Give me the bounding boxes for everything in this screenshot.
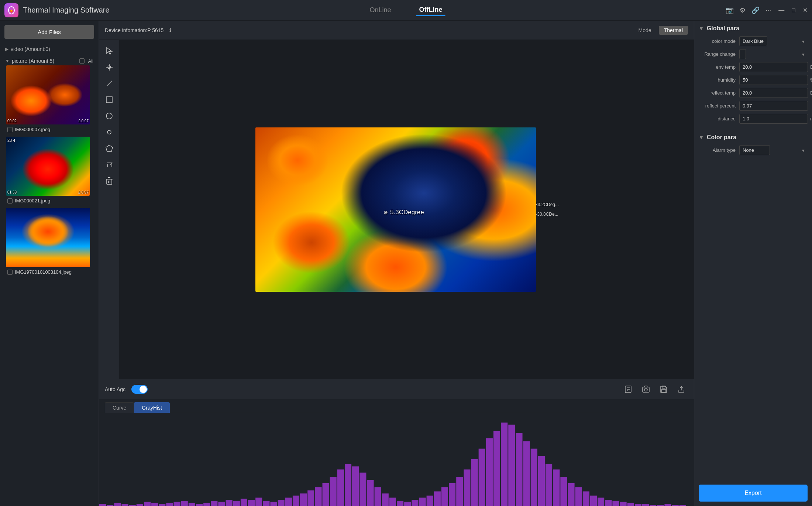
svg-rect-76 bbox=[493, 431, 500, 506]
histogram-view bbox=[99, 413, 694, 506]
file-thumbnail-1[interactable]: 00:02 £:0.97 bbox=[6, 65, 90, 124]
svg-rect-52 bbox=[315, 487, 321, 506]
svg-rect-86 bbox=[568, 483, 574, 506]
global-para-title: Global para bbox=[707, 25, 739, 32]
content-area: Device infomation:P 5615 ℹ Mode Thermal bbox=[99, 21, 694, 506]
info-icon[interactable]: ℹ bbox=[169, 27, 171, 33]
tab-offline[interactable]: OffLine bbox=[416, 4, 445, 16]
svg-rect-42 bbox=[241, 499, 247, 506]
svg-line-4 bbox=[107, 81, 112, 86]
svg-rect-25 bbox=[114, 503, 121, 506]
svg-rect-66 bbox=[419, 498, 426, 506]
color-mode-select[interactable]: Dark Blue White Hot Black Hot Iron Red R… bbox=[739, 36, 767, 46]
more-icon[interactable]: ··· bbox=[765, 6, 771, 14]
crosshair-tool-button[interactable] bbox=[103, 61, 116, 74]
reflect-temp-input[interactable] bbox=[739, 88, 808, 98]
tab-grayhist[interactable]: GrayHist bbox=[134, 402, 169, 413]
svg-rect-92 bbox=[612, 501, 619, 506]
arrow-tool-button[interactable] bbox=[103, 158, 116, 171]
all-checkbox[interactable] bbox=[79, 58, 85, 64]
global-para-collapse-icon[interactable]: ▼ bbox=[699, 25, 704, 31]
color-mode-row: color mode Dark Blue White Hot Black Hot… bbox=[699, 36, 808, 46]
svg-rect-23 bbox=[99, 504, 106, 506]
file-checkbox-3[interactable] bbox=[7, 270, 13, 275]
svg-rect-84 bbox=[553, 469, 560, 506]
close-button[interactable]: ✕ bbox=[803, 7, 808, 14]
nav-tabs: OnLine OffLine bbox=[367, 4, 445, 16]
env-temp-row: env temp D bbox=[699, 62, 808, 72]
thumb-image-3 bbox=[6, 208, 90, 267]
circle-tool-button[interactable] bbox=[103, 109, 116, 123]
distance-row: distance m bbox=[699, 114, 808, 124]
export-button[interactable]: Export bbox=[699, 485, 808, 502]
export-icon-button[interactable] bbox=[675, 383, 688, 396]
svg-rect-78 bbox=[508, 425, 515, 506]
file-thumbnail-2[interactable]: 23 4 01:59 £:0.97 bbox=[6, 137, 90, 196]
reflect-temp-row: reflect temp D bbox=[699, 88, 808, 98]
mode-badge[interactable]: Thermal bbox=[659, 26, 688, 35]
main-layout: Add Files ▶ video (Amount:0) ▼ picture (… bbox=[0, 21, 812, 506]
svg-rect-37 bbox=[203, 503, 210, 506]
camera-icon[interactable]: 📷 bbox=[726, 6, 734, 14]
svg-rect-5 bbox=[106, 97, 112, 103]
svg-rect-75 bbox=[486, 438, 493, 506]
svg-rect-51 bbox=[307, 490, 314, 506]
env-temp-input[interactable] bbox=[739, 62, 808, 72]
all-label: All bbox=[88, 58, 93, 64]
distance-input[interactable] bbox=[739, 114, 808, 124]
svg-rect-95 bbox=[635, 504, 641, 506]
video-arrow-icon: ▶ bbox=[5, 47, 8, 52]
file-list: 00:02 £:0.97 IMG000007.jpeg 23 4 01:59 £… bbox=[3, 65, 96, 276]
file-name-3: IMG19700101003104.jpeg bbox=[15, 269, 72, 275]
svg-rect-26 bbox=[121, 504, 128, 506]
svg-rect-44 bbox=[255, 498, 262, 506]
temperature-label: ⊕ 5.3CDegree bbox=[383, 209, 424, 216]
picture-group-header[interactable]: ▼ picture (Amount:5) All bbox=[3, 57, 96, 65]
save-icon-button[interactable] bbox=[657, 383, 670, 396]
right-panel: ▼ Global para color mode Dark Blue White… bbox=[694, 21, 812, 506]
alarm-type-select[interactable]: None High Alarm Low Alarm bbox=[739, 145, 770, 155]
color-scale: 33.2CDeg... -30.8CDe... bbox=[536, 198, 558, 220]
reflect-percent-input[interactable] bbox=[739, 101, 808, 111]
minimize-button[interactable]: — bbox=[778, 7, 784, 14]
tool-panel bbox=[99, 40, 120, 379]
toggle-knob bbox=[140, 386, 147, 393]
file-checkbox-1[interactable] bbox=[7, 127, 13, 132]
maximize-button[interactable]: □ bbox=[792, 7, 795, 14]
range-change-select-wrapper bbox=[739, 49, 808, 59]
line-tool-button[interactable] bbox=[103, 77, 116, 90]
color-para-collapse-icon[interactable]: ▼ bbox=[699, 134, 704, 140]
svg-rect-60 bbox=[375, 487, 381, 506]
humidity-input[interactable] bbox=[739, 75, 808, 85]
scale-bottom-label: -30.8CDe... bbox=[536, 212, 558, 217]
tab-online[interactable]: OnLine bbox=[367, 5, 394, 16]
add-files-button[interactable]: Add Files bbox=[4, 25, 94, 39]
svg-rect-43 bbox=[248, 500, 255, 506]
svg-point-6 bbox=[106, 113, 112, 119]
file-thumbnail-3[interactable] bbox=[6, 208, 90, 267]
tab-curve[interactable]: Curve bbox=[105, 402, 134, 413]
range-change-row: Range change bbox=[699, 49, 808, 59]
picture-group-label: picture (Amount:5) bbox=[12, 58, 54, 64]
svg-rect-80 bbox=[523, 441, 530, 506]
crosshair-icon: ⊕ bbox=[383, 209, 388, 215]
link-icon[interactable]: 🔗 bbox=[751, 6, 760, 14]
cursor-tool-button[interactable] bbox=[103, 44, 116, 58]
video-group-header[interactable]: ▶ video (Amount:0) bbox=[3, 45, 96, 54]
capture-icon-button[interactable] bbox=[639, 383, 653, 396]
small-circle-tool-button[interactable] bbox=[103, 126, 116, 139]
svg-rect-96 bbox=[642, 504, 649, 506]
svg-rect-9 bbox=[107, 179, 112, 184]
range-change-select[interactable] bbox=[739, 49, 746, 59]
titlebar-actions: 📷 ⚙ 🔗 ··· — □ ✕ bbox=[726, 6, 808, 14]
settings-icon[interactable]: ⚙ bbox=[740, 6, 746, 14]
file-checkbox-2[interactable] bbox=[7, 198, 13, 204]
auto-agc-toggle[interactable] bbox=[131, 385, 148, 394]
delete-tool-button[interactable] bbox=[103, 174, 116, 188]
thumb-value-2: £:0.97 bbox=[78, 190, 89, 194]
polygon-tool-button[interactable] bbox=[103, 142, 116, 155]
svg-rect-28 bbox=[137, 504, 143, 506]
temp-value: 5.3CDegree bbox=[390, 209, 424, 216]
rect-tool-button[interactable] bbox=[103, 93, 116, 106]
report-icon-button[interactable] bbox=[622, 383, 635, 396]
